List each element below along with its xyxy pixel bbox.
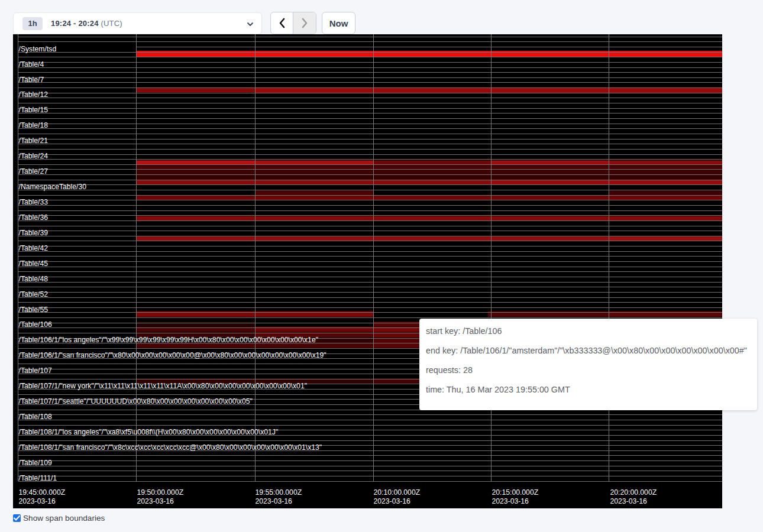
- svg-text:2023-03-16: 2023-03-16: [137, 497, 174, 505]
- svg-text:/Table/15: /Table/15: [19, 106, 49, 114]
- svg-text:/Table/21: /Table/21: [19, 137, 49, 145]
- svg-text:/Table/111/1: /Table/111/1: [19, 474, 57, 482]
- svg-text:2023-03-16: 2023-03-16: [492, 497, 529, 505]
- svg-text:/Table/24: /Table/24: [19, 152, 49, 160]
- svg-text:/Table/18: /Table/18: [19, 121, 49, 129]
- svg-text:/Table/45: /Table/45: [19, 259, 49, 268]
- svg-text:/Table/108/1/"san francisco"/": /Table/108/1/"san francisco"/"\x8c\xcc\x…: [19, 443, 322, 452]
- svg-text:/Table/33: /Table/33: [19, 198, 49, 206]
- svg-text:20:10:00.000Z: 20:10:00.000Z: [374, 488, 421, 497]
- svg-text:/Table/107: /Table/107: [19, 366, 52, 375]
- svg-text:/Table/106/1/"los angeles"/"\x: /Table/106/1/"los angeles"/"\x99\x99\x99…: [19, 336, 318, 344]
- svg-text:2023-03-16: 2023-03-16: [19, 497, 56, 505]
- svg-text:/Table/107/1/"new york"/"\x11\: /Table/107/1/"new york"/"\x11\x11\x11\x1…: [19, 382, 308, 390]
- svg-text:/Table/109: /Table/109: [19, 459, 52, 467]
- svg-text:/Table/52: /Table/52: [19, 290, 49, 299]
- svg-text:/Table/39: /Table/39: [19, 229, 49, 237]
- svg-text:/Table/4: /Table/4: [19, 60, 44, 69]
- svg-text:/Table/42: /Table/42: [19, 244, 49, 252]
- svg-text:/Table/55: /Table/55: [19, 306, 49, 314]
- svg-text:/Table/12: /Table/12: [19, 90, 49, 99]
- svg-text:/Table/107/1/"seattle"/"UUUUUU: /Table/107/1/"seattle"/"UUUUUUD\x00\x80\…: [19, 397, 253, 406]
- svg-text:20:20:00.000Z: 20:20:00.000Z: [610, 488, 657, 497]
- svg-text:2023-03-16: 2023-03-16: [256, 497, 293, 505]
- svg-text:/Table/108: /Table/108: [19, 413, 52, 421]
- svg-text:/Table/108/1/"los angeles"/"\x: /Table/108/1/"los angeles"/"\xa8\xf5\u00…: [19, 428, 279, 436]
- svg-text:/Table/27: /Table/27: [19, 167, 49, 176]
- svg-text:19:50:00.000Z: 19:50:00.000Z: [137, 488, 184, 497]
- svg-text:/Table/36: /Table/36: [19, 213, 49, 222]
- svg-text:/Table/106/1/"san francisco"/": /Table/106/1/"san francisco"/"\x80\x00\x…: [19, 351, 326, 359]
- svg-text:19:45:00.000Z: 19:45:00.000Z: [19, 488, 66, 497]
- svg-text:20:15:00.000Z: 20:15:00.000Z: [492, 488, 539, 497]
- svg-text:/System/tsd: /System/tsd: [19, 45, 57, 53]
- svg-text:2023-03-16: 2023-03-16: [374, 497, 411, 505]
- svg-text:19:55:00.000Z: 19:55:00.000Z: [256, 488, 302, 497]
- svg-text:/Table/48: /Table/48: [19, 275, 49, 283]
- svg-text:/NamespaceTable/30: /NamespaceTable/30: [19, 183, 87, 191]
- svg-text:2023-03-16: 2023-03-16: [610, 497, 648, 505]
- svg-text:/Table/106: /Table/106: [19, 320, 52, 329]
- svg-text:/Table/7: /Table/7: [19, 76, 44, 84]
